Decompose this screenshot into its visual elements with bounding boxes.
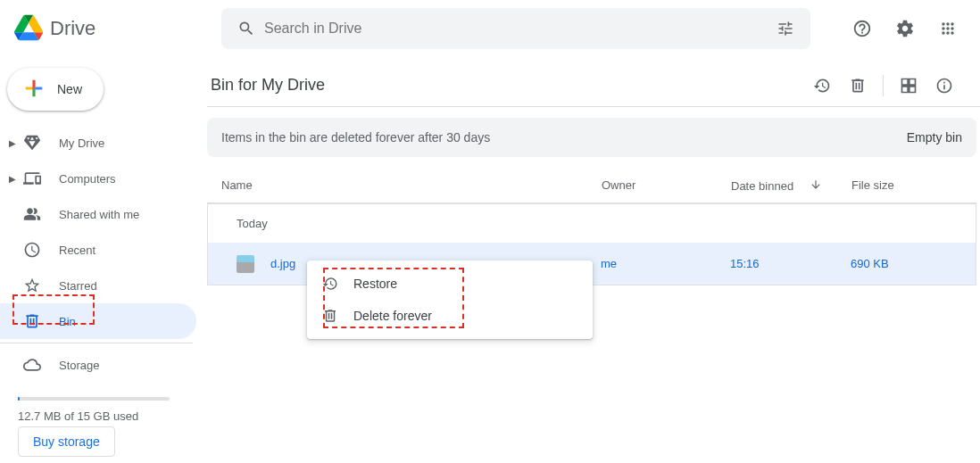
file-owner: me [601, 257, 730, 270]
file-date: 15:16 [730, 257, 851, 270]
sidebar-item-label: Shared with me [59, 208, 139, 221]
plus-icon [21, 76, 46, 103]
sidebar-item-label: Recent [59, 244, 96, 257]
settings-gear-icon[interactable] [887, 11, 923, 46]
drive-logo-icon [14, 13, 43, 45]
apps-grid-icon[interactable] [930, 11, 966, 46]
cloud-icon [21, 354, 43, 376]
sidebar-item-label: Bin [59, 315, 76, 328]
restore-icon [321, 275, 339, 293]
main-content: Bin for My Drive Items in the bin are de… [207, 57, 980, 457]
group-header: Today [207, 203, 976, 243]
computers-icon [21, 168, 43, 189]
star-icon [21, 275, 43, 296]
page-title: Bin for My Drive [211, 76, 804, 95]
storage-text: 12.7 MB of 15 GB used [18, 409, 193, 423]
storage-section: 12.7 MB of 15 GB used Buy storage [0, 386, 207, 457]
grid-view-icon[interactable] [891, 68, 926, 103]
column-date[interactable]: Date binned [731, 178, 851, 194]
recent-icon [21, 239, 43, 260]
sidebar-item-label: Storage [59, 359, 100, 372]
column-name[interactable]: Name [221, 178, 602, 194]
context-restore[interactable]: Restore [307, 268, 593, 300]
sidebar-item-bin[interactable]: Bin [0, 303, 196, 339]
banner-text: Items in the bin are deleted forever aft… [221, 130, 490, 145]
empty-bin-button[interactable]: Empty bin [907, 130, 962, 145]
header-actions [818, 11, 966, 46]
my-drive-icon [21, 132, 43, 153]
storage-bar [18, 397, 170, 401]
context-restore-label: Restore [353, 277, 397, 291]
sidebar-item-label: My Drive [59, 136, 104, 150]
new-button-label: New [57, 82, 82, 96]
sidebar-item-label: Computers [59, 172, 116, 186]
context-delete-forever[interactable]: Delete forever [307, 300, 593, 332]
search-icon[interactable] [228, 11, 264, 46]
sidebar-item-computers[interactable]: ▶ Computers [0, 161, 196, 196]
column-owner[interactable]: Owner [602, 178, 731, 194]
view-details-icon[interactable] [926, 68, 962, 103]
info-banner: Items in the bin are deleted forever aft… [207, 118, 976, 157]
table-header: Name Owner Date binned File size [207, 169, 976, 203]
sidebar-item-label: Starred [59, 279, 97, 293]
new-button[interactable]: New [7, 68, 104, 111]
support-icon[interactable] [844, 11, 880, 46]
file-size: 690 KB [851, 257, 976, 270]
separator [883, 75, 884, 96]
app-header: Drive [0, 0, 980, 57]
shared-icon [21, 203, 43, 225]
restore-from-trash-icon[interactable] [804, 68, 840, 103]
sidebar-item-my-drive[interactable]: ▶ My Drive [0, 125, 196, 161]
trash-icon [321, 307, 339, 325]
main-header: Bin for My Drive [207, 64, 980, 107]
app-name: Drive [50, 17, 96, 40]
sidebar-item-storage[interactable]: Storage [0, 347, 196, 383]
context-menu: Restore Delete forever [307, 260, 593, 339]
search-options-icon[interactable] [768, 11, 803, 46]
column-size[interactable]: File size [851, 178, 976, 194]
trash-icon [21, 310, 43, 332]
file-thumbnail-icon [237, 255, 254, 273]
chevron-right-icon: ▶ [7, 138, 18, 148]
logo-area[interactable]: Drive [14, 13, 221, 45]
delete-forever-icon[interactable] [840, 68, 876, 103]
search-input[interactable] [264, 21, 768, 37]
sidebar: New ▶ My Drive ▶ Computers Shared with m… [0, 57, 207, 457]
sort-arrow-down-icon [810, 178, 822, 194]
sidebar-item-starred[interactable]: Starred [0, 268, 196, 303]
context-delete-label: Delete forever [353, 309, 432, 323]
sidebar-item-recent[interactable]: Recent [0, 232, 196, 268]
sidebar-item-shared[interactable]: Shared with me [0, 196, 196, 232]
divider [0, 343, 193, 343]
buy-storage-button[interactable]: Buy storage [18, 426, 115, 457]
search-bar [221, 8, 810, 49]
chevron-right-icon: ▶ [7, 174, 18, 184]
